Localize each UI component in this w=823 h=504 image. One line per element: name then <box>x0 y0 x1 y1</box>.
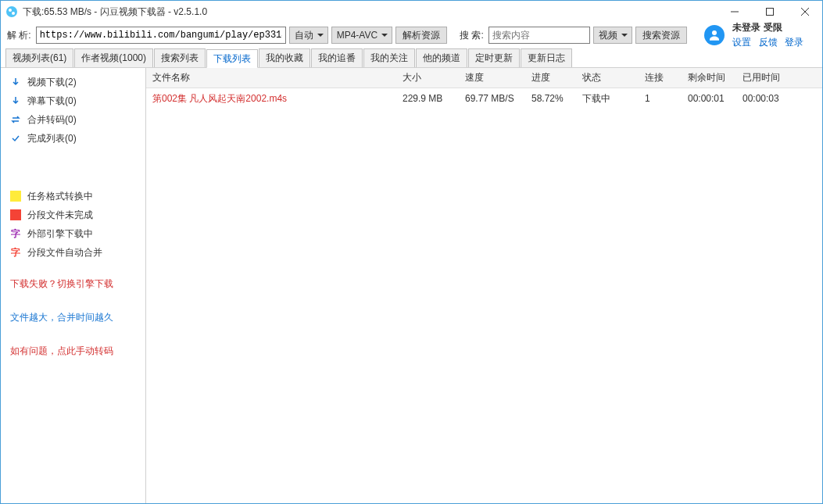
cell-progress: 58.72% <box>525 93 576 104</box>
titlebar: 下载:65.53 MB/s - 闪豆视频下载器 - v2.5.1.0 <box>1 1 822 23</box>
svg-point-0 <box>6 6 17 17</box>
tab[interactable]: 他的频道 <box>416 48 467 67</box>
search-button[interactable]: 搜索资源 <box>635 27 687 44</box>
legend-label: 外部引擎下载中 <box>27 227 93 241</box>
mode-select[interactable]: 自动 <box>289 27 328 44</box>
legend-item: 字分段文件自动合并 <box>1 243 145 262</box>
hint-link[interactable]: 文件越大，合并时间越久 <box>1 306 145 329</box>
svg-point-1 <box>9 9 12 12</box>
legend-label: 任务格式转换中 <box>27 190 93 203</box>
check-icon <box>10 134 21 143</box>
th-size[interactable]: 大小 <box>396 71 459 84</box>
parse-label: 解 析: <box>7 29 31 42</box>
cell-conn: 1 <box>639 93 682 104</box>
search-type-select[interactable]: 视频 <box>593 27 632 44</box>
login-link[interactable]: 登录 <box>785 37 803 48</box>
tab[interactable]: 我的关注 <box>363 48 415 67</box>
tab[interactable]: 我的收藏 <box>259 48 310 67</box>
user-area: 未登录 受限 设置 反馈 登录 <box>704 21 816 49</box>
cell-filename: 第002集 凡人风起天南2002.m4s <box>146 92 396 105</box>
sidebar-item[interactable]: 弹幕下载(0) <box>1 91 145 110</box>
th-filename[interactable]: 文件名称 <box>146 71 396 84</box>
th-progress[interactable]: 进度 <box>525 71 576 84</box>
tab[interactable]: 视频列表(61) <box>5 48 73 67</box>
legend-char: 字 <box>10 227 21 241</box>
tab[interactable]: 下载列表 <box>206 49 258 68</box>
tab[interactable]: 我的追番 <box>311 48 363 67</box>
hint-link[interactable]: 下载失败？切换引擎下载 <box>1 273 145 295</box>
app-icon <box>5 5 18 18</box>
tab[interactable]: 更新日志 <box>521 48 572 67</box>
down-arrow-icon <box>10 96 21 105</box>
sidebar-item[interactable]: 合并转码(0) <box>1 110 145 129</box>
th-speed[interactable]: 速度 <box>459 71 525 84</box>
svg-rect-4 <box>766 9 773 16</box>
legend-item: 分段文件未完成 <box>1 206 145 224</box>
sidebar: 视频下载(2)弹幕下载(0)合并转码(0)完成列表(0) 任务格式转换中分段文件… <box>1 68 146 503</box>
avatar[interactable] <box>704 25 725 45</box>
th-remain[interactable]: 剩余时间 <box>682 71 736 84</box>
close-button[interactable] <box>787 1 822 23</box>
cell-status: 下载中 <box>576 92 639 105</box>
legend-swatch <box>10 209 21 220</box>
window-title: 下载:65.53 MB/s - 闪豆视频下载器 - v2.5.1.0 <box>23 5 717 19</box>
th-elapsed[interactable]: 已用时间 <box>736 71 791 84</box>
feedback-link[interactable]: 反馈 <box>759 37 778 48</box>
th-status[interactable]: 状态 <box>576 71 639 84</box>
tab[interactable]: 定时更新 <box>468 48 520 67</box>
login-status: 未登录 受限 <box>732 21 782 34</box>
cell-size: 229.9 MB <box>396 93 459 104</box>
search-input[interactable] <box>488 27 590 44</box>
table-row[interactable]: 第002集 凡人风起天南2002.m4s229.9 MB69.77 MB/S58… <box>146 88 822 109</box>
format-select[interactable]: MP4-AVC <box>331 27 392 44</box>
swap-icon <box>10 115 21 124</box>
legend-item: 任务格式转换中 <box>1 187 145 206</box>
table-header: 文件名称 大小 速度 进度 状态 连接 剩余时间 已用时间 <box>146 68 822 88</box>
sidebar-item[interactable]: 完成列表(0) <box>1 129 145 148</box>
legend-item: 字外部引擎下载中 <box>1 224 145 243</box>
tab[interactable]: 搜索列表 <box>154 48 206 67</box>
sidebar-item-label: 弹幕下载(0) <box>27 95 77 108</box>
minimize-button[interactable] <box>717 1 752 23</box>
tab-bar: 视频列表(61)作者视频(1000)搜索列表下载列表我的收藏我的追番我的关注他的… <box>1 48 822 68</box>
url-input[interactable] <box>36 27 286 44</box>
tab[interactable]: 作者视频(1000) <box>74 48 153 67</box>
legend-label: 分段文件自动合并 <box>27 246 102 259</box>
sidebar-item[interactable]: 视频下载(2) <box>1 73 145 91</box>
settings-link[interactable]: 设置 <box>732 37 751 48</box>
legend-swatch <box>10 191 21 202</box>
cell-elapsed: 00:00:03 <box>736 93 791 104</box>
hint-link[interactable]: 如有问题，点此手动转码 <box>1 340 145 363</box>
legend-char: 字 <box>10 246 21 259</box>
svg-point-7 <box>712 30 717 35</box>
toolbar: 解 析: 自动 MP4-AVC 解析资源 搜 索: 视频 搜索资源 未登录 受限… <box>1 23 822 48</box>
cell-remain: 00:00:01 <box>682 93 736 104</box>
legend-label: 分段文件未完成 <box>27 209 93 222</box>
down-arrow-icon <box>10 77 21 87</box>
cell-speed: 69.77 MB/S <box>459 93 525 104</box>
search-label: 搜 索: <box>460 29 484 42</box>
sidebar-item-label: 合并转码(0) <box>27 113 77 127</box>
sidebar-item-label: 视频下载(2) <box>27 76 77 89</box>
parse-button[interactable]: 解析资源 <box>395 27 447 44</box>
download-table: 文件名称 大小 速度 进度 状态 连接 剩余时间 已用时间 第002集 凡人风起… <box>146 68 822 503</box>
th-conn[interactable]: 连接 <box>639 71 682 84</box>
svg-point-2 <box>12 12 15 15</box>
maximize-button[interactable] <box>752 1 787 23</box>
sidebar-item-label: 完成列表(0) <box>27 132 77 145</box>
